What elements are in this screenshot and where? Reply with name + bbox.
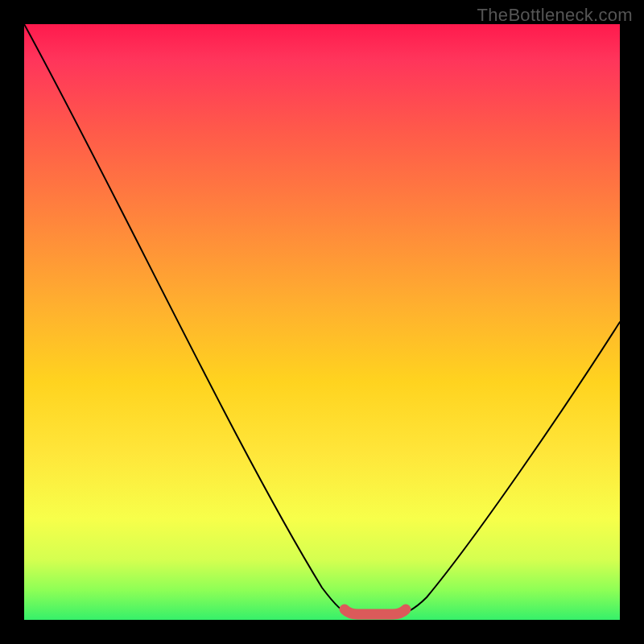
plot-area xyxy=(24,24,620,620)
chart-frame: TheBottleneck.com xyxy=(0,0,644,644)
bottleneck-curve-right xyxy=(401,322,620,614)
watermark-text: TheBottleneck.com xyxy=(477,5,633,26)
curve-layer xyxy=(24,24,620,620)
optimal-range-segment xyxy=(345,609,406,614)
bottleneck-curve-left xyxy=(24,24,349,614)
